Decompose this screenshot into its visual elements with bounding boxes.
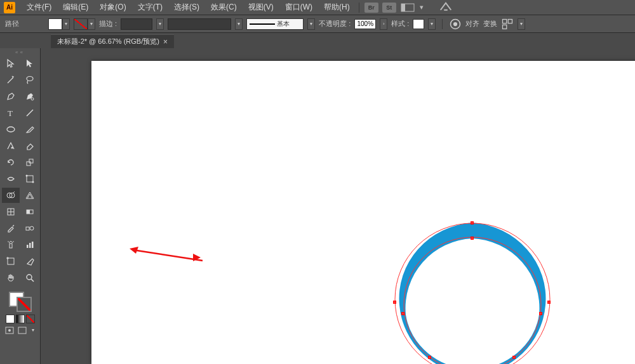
menu-divider: [359, 3, 359, 13]
selection-type-label: 路径: [5, 19, 19, 29]
document-tab[interactable]: 未标题-2* @ 66.67% (RGB/预览) ×: [51, 34, 174, 48]
fill-dropdown[interactable]: ▾: [62, 18, 70, 30]
anchor-point[interactable]: [512, 356, 516, 359]
document-tabbar: 未标题-2* @ 66.67% (RGB/预览) ×: [0, 33, 635, 48]
scale-tool[interactable]: [21, 155, 39, 170]
color-mode-color[interactable]: [6, 315, 15, 323]
color-mode-gradient[interactable]: [16, 315, 25, 323]
slice-tool[interactable]: [21, 254, 39, 269]
hand-tool[interactable]: [2, 270, 20, 285]
blend-tool[interactable]: [21, 221, 39, 236]
opacity-input[interactable]: [354, 19, 376, 29]
arrange-dropdown-icon[interactable]: ▾: [420, 3, 434, 12]
free-transform-tool[interactable]: [21, 171, 39, 186]
symbol-sprayer-tool[interactable]: [2, 237, 20, 252]
style-swatch[interactable]: [413, 19, 424, 29]
gpu-preview-icon[interactable]: [439, 3, 453, 12]
paintbrush-tool[interactable]: [21, 122, 39, 137]
shaper-tool[interactable]: [2, 138, 20, 153]
anchor-point[interactable]: [471, 221, 474, 224]
svg-line-38: [31, 279, 34, 282]
stroke-swatch[interactable]: [74, 18, 88, 30]
shape-builder-tool[interactable]: [2, 188, 20, 203]
ellipse-tool[interactable]: [2, 122, 20, 137]
pen-tool[interactable]: [2, 89, 20, 104]
arrange-docs-icon[interactable]: [401, 3, 415, 12]
svg-point-29: [8, 241, 9, 242]
svg-rect-32: [29, 243, 31, 248]
bridge-icon[interactable]: Br: [364, 3, 378, 13]
brush-dropdown[interactable]: ▾: [307, 18, 315, 30]
stroke-dropdown[interactable]: ▾: [88, 18, 95, 30]
direct-selection-tool[interactable]: [21, 56, 39, 71]
svg-marker-43: [130, 247, 138, 254]
svg-point-12: [7, 127, 15, 132]
column-graph-tool[interactable]: [21, 237, 39, 252]
fill-swatch[interactable]: [48, 18, 62, 30]
anchor-point[interactable]: [539, 312, 542, 315]
anchor-point[interactable]: [393, 301, 396, 304]
perspective-grid-tool[interactable]: [21, 188, 39, 203]
svg-rect-41: [18, 327, 26, 334]
anchor-point[interactable]: [471, 237, 474, 240]
artboard-tool[interactable]: [2, 254, 20, 269]
isolate-dropdown[interactable]: ▾: [518, 18, 525, 30]
canvas[interactable]: [41, 48, 635, 364]
svg-point-27: [30, 226, 34, 230]
opacity-dropdown[interactable]: ›: [380, 18, 387, 30]
mesh-tool[interactable]: [2, 204, 20, 219]
svg-rect-26: [26, 227, 29, 230]
lasso-tool[interactable]: [21, 72, 39, 88]
screen-mode-icon[interactable]: [17, 326, 27, 335]
menu-object[interactable]: 对象(O): [95, 1, 131, 14]
menu-view[interactable]: 视图(V): [243, 1, 279, 14]
type-tool[interactable]: T: [2, 105, 20, 120]
fill-stroke-swatches: [8, 290, 33, 313]
selected-shape[interactable]: [390, 219, 555, 364]
rotate-tool[interactable]: [2, 155, 20, 170]
anchor-point[interactable]: [428, 356, 431, 359]
variable-width-dropdown[interactable]: ▾: [235, 18, 243, 30]
menu-window[interactable]: 窗口(W): [280, 1, 318, 14]
isolate-icon[interactable]: [501, 18, 514, 30]
tab-close-icon[interactable]: ×: [163, 37, 168, 46]
menu-type[interactable]: 文字(T): [133, 1, 168, 14]
width-tool[interactable]: [2, 171, 20, 186]
menubar: Ai 文件(F) 编辑(E) 对象(O) 文字(T) 选择(S) 效果(C) 视…: [0, 0, 635, 15]
recolor-icon[interactable]: [449, 18, 462, 30]
align-label[interactable]: 对齐: [465, 19, 479, 29]
svg-text:T: T: [8, 108, 13, 118]
stroke-weight-dropdown[interactable]: ▾: [156, 18, 164, 30]
screen-mode-dropdown[interactable]: ▾: [30, 326, 36, 334]
brush-label: 基本: [277, 20, 290, 29]
color-mode-none[interactable]: [26, 315, 35, 323]
brush-definition[interactable]: 基本: [246, 18, 304, 30]
draw-normal-icon[interactable]: [4, 326, 15, 335]
line-tool[interactable]: [21, 105, 39, 120]
zoom-tool[interactable]: [21, 270, 39, 285]
gradient-tool[interactable]: [21, 204, 39, 219]
menu-help[interactable]: 帮助(H): [319, 1, 355, 14]
menu-effect[interactable]: 效果(C): [206, 1, 242, 14]
anchor-point[interactable]: [547, 301, 551, 304]
curvature-tool[interactable]: [21, 89, 39, 104]
menu-edit[interactable]: 编辑(E): [58, 1, 93, 14]
toolbox-grip[interactable]: ««: [1, 49, 39, 55]
style-dropdown[interactable]: ▾: [428, 18, 436, 30]
artboard[interactable]: [91, 61, 635, 364]
magic-wand-tool[interactable]: [2, 72, 20, 88]
document-tab-title: 未标题-2* @ 66.67% (RGB/预览): [57, 37, 159, 46]
stock-icon[interactable]: St: [382, 3, 396, 13]
menu-select[interactable]: 选择(S): [169, 1, 204, 14]
anchor-point[interactable]: [401, 312, 404, 315]
eraser-tool[interactable]: [21, 138, 39, 153]
variable-width-profile[interactable]: [168, 18, 231, 30]
stroke-weight-input[interactable]: [121, 18, 152, 30]
stroke-weight-label: 描边 :: [99, 19, 117, 29]
svg-rect-1: [401, 4, 405, 11]
transform-label[interactable]: 变换: [483, 19, 497, 29]
eyedropper-tool[interactable]: [2, 221, 20, 236]
stroke-color-swatch[interactable]: [17, 297, 32, 312]
selection-tool[interactable]: [2, 56, 20, 71]
menu-file[interactable]: 文件(F): [22, 1, 57, 14]
